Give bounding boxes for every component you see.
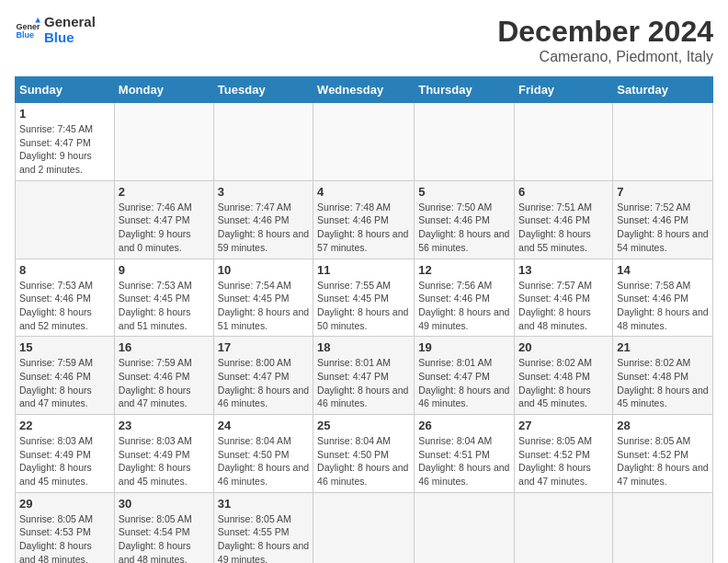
logo: General Blue General Blue xyxy=(15,15,96,45)
day-cell: 9Sunrise: 7:53 AMSunset: 4:45 PMDaylight… xyxy=(114,259,213,337)
month-title: December 2024 xyxy=(497,15,713,49)
day-cell: 25Sunrise: 8:04 AMSunset: 4:50 PMDayligh… xyxy=(313,415,415,493)
day-cell: 10Sunrise: 7:54 AMSunset: 4:45 PMDayligh… xyxy=(213,259,313,337)
day-header-thursday: Thursday xyxy=(415,77,515,103)
day-cell xyxy=(613,492,713,563)
calendar-table: SundayMondayTuesdayWednesdayThursdayFrid… xyxy=(15,76,713,563)
empty-cell xyxy=(515,103,613,181)
empty-cell xyxy=(114,103,213,181)
day-cell: 20Sunrise: 8:02 AMSunset: 4:48 PMDayligh… xyxy=(515,337,613,415)
day-cell: 7Sunrise: 7:52 AMSunset: 4:46 PMDaylight… xyxy=(613,180,713,259)
day-cell: 18Sunrise: 8:01 AMSunset: 4:47 PMDayligh… xyxy=(313,337,415,415)
day-cell: 6Sunrise: 7:51 AMSunset: 4:46 PMDaylight… xyxy=(515,180,613,259)
day-cell: 30Sunrise: 8:05 AMSunset: 4:54 PMDayligh… xyxy=(114,492,213,563)
header-row: SundayMondayTuesdayWednesdayThursdayFrid… xyxy=(16,77,713,103)
day-header-monday: Monday xyxy=(114,77,213,103)
empty-cell xyxy=(613,103,713,181)
day-cell: 12Sunrise: 7:56 AMSunset: 4:46 PMDayligh… xyxy=(415,259,515,337)
title-area: December 2024 Camerano, Piedmont, Italy xyxy=(497,15,713,65)
empty-cell xyxy=(415,103,515,181)
day-cell: 27Sunrise: 8:05 AMSunset: 4:52 PMDayligh… xyxy=(515,415,613,493)
calendar-week-3: 15Sunrise: 7:59 AMSunset: 4:46 PMDayligh… xyxy=(16,337,713,415)
day-header-friday: Friday xyxy=(515,77,613,103)
calendar-week-0: 1Sunrise: 7:45 AMSunset: 4:47 PMDaylight… xyxy=(16,103,713,181)
day-cell xyxy=(16,180,115,259)
empty-cell xyxy=(213,103,313,181)
empty-cell xyxy=(313,103,415,181)
day-cell xyxy=(415,492,515,563)
logo-general: General xyxy=(44,15,96,30)
logo-blue: Blue xyxy=(44,30,96,46)
logo-icon: General Blue xyxy=(15,17,40,43)
day-cell: 14Sunrise: 7:58 AMSunset: 4:46 PMDayligh… xyxy=(613,259,713,337)
day-cell: 31Sunrise: 8:05 AMSunset: 4:55 PMDayligh… xyxy=(213,492,313,563)
day-cell: 16Sunrise: 7:59 AMSunset: 4:46 PMDayligh… xyxy=(114,337,213,415)
day-cell: 28Sunrise: 8:05 AMSunset: 4:52 PMDayligh… xyxy=(613,415,713,493)
day-cell: 3Sunrise: 7:47 AMSunset: 4:46 PMDaylight… xyxy=(213,180,313,259)
location-title: Camerano, Piedmont, Italy xyxy=(497,49,713,65)
day-cell: 19Sunrise: 8:01 AMSunset: 4:47 PMDayligh… xyxy=(415,337,515,415)
day-cell: 26Sunrise: 8:04 AMSunset: 4:51 PMDayligh… xyxy=(415,415,515,493)
day-cell: 15Sunrise: 7:59 AMSunset: 4:46 PMDayligh… xyxy=(16,337,115,415)
day-cell: 5Sunrise: 7:50 AMSunset: 4:46 PMDaylight… xyxy=(415,180,515,259)
day-cell: 4Sunrise: 7:48 AMSunset: 4:46 PMDaylight… xyxy=(313,180,415,259)
svg-text:General: General xyxy=(16,21,40,30)
day-cell: 23Sunrise: 8:03 AMSunset: 4:49 PMDayligh… xyxy=(114,415,213,493)
day-header-sunday: Sunday xyxy=(16,77,115,103)
day-header-wednesday: Wednesday xyxy=(313,77,415,103)
day-cell: 24Sunrise: 8:04 AMSunset: 4:50 PMDayligh… xyxy=(213,415,313,493)
day-cell: 1Sunrise: 7:45 AMSunset: 4:47 PMDaylight… xyxy=(16,103,115,181)
calendar-week-5: 29Sunrise: 8:05 AMSunset: 4:53 PMDayligh… xyxy=(16,492,713,563)
day-cell xyxy=(515,492,613,563)
day-cell: 17Sunrise: 8:00 AMSunset: 4:47 PMDayligh… xyxy=(213,337,313,415)
header: General Blue General Blue December 2024 … xyxy=(15,15,713,65)
day-cell: 11Sunrise: 7:55 AMSunset: 4:45 PMDayligh… xyxy=(313,259,415,337)
day-cell: 22Sunrise: 8:03 AMSunset: 4:49 PMDayligh… xyxy=(16,415,115,493)
calendar-week-4: 22Sunrise: 8:03 AMSunset: 4:49 PMDayligh… xyxy=(16,415,713,493)
day-header-tuesday: Tuesday xyxy=(213,77,313,103)
day-cell: 21Sunrise: 8:02 AMSunset: 4:48 PMDayligh… xyxy=(613,337,713,415)
day-cell: 29Sunrise: 8:05 AMSunset: 4:53 PMDayligh… xyxy=(16,492,115,563)
day-header-saturday: Saturday xyxy=(613,77,713,103)
calendar-week-2: 8Sunrise: 7:53 AMSunset: 4:46 PMDaylight… xyxy=(16,259,713,337)
calendar-week-1: 2Sunrise: 7:46 AMSunset: 4:47 PMDaylight… xyxy=(16,180,713,259)
day-cell: 2Sunrise: 7:46 AMSunset: 4:47 PMDaylight… xyxy=(114,180,213,259)
svg-text:Blue: Blue xyxy=(16,30,34,40)
svg-marker-2 xyxy=(35,17,40,23)
day-cell: 13Sunrise: 7:57 AMSunset: 4:46 PMDayligh… xyxy=(515,259,613,337)
day-cell xyxy=(313,492,415,563)
day-cell: 8Sunrise: 7:53 AMSunset: 4:46 PMDaylight… xyxy=(16,259,115,337)
